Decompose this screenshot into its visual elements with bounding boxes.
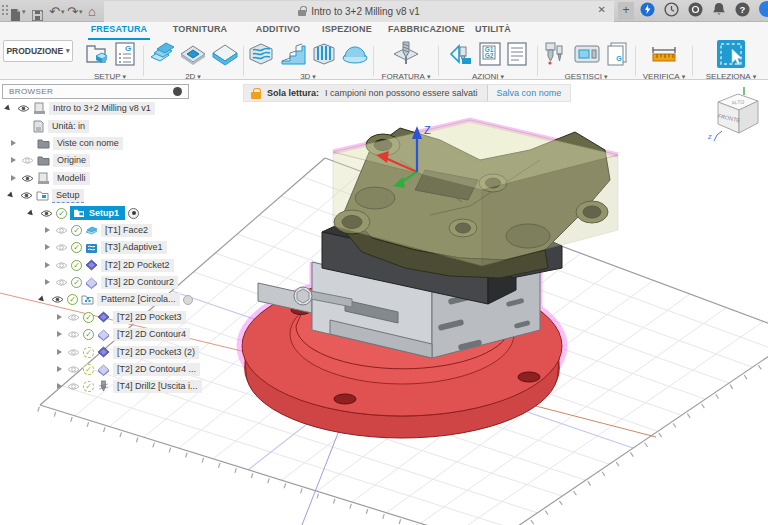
3d-parallel-icon[interactable] — [311, 41, 337, 71]
expand-icon[interactable] — [55, 348, 64, 357]
expand-icon[interactable] — [5, 104, 14, 113]
expand-icon[interactable] — [28, 209, 37, 218]
3d-adaptive-icon[interactable] — [247, 41, 275, 71]
visibility-eye-icon[interactable] — [55, 226, 68, 235]
tab-tornitura[interactable]: TORNITURA — [168, 24, 232, 40]
expand-icon[interactable] — [43, 243, 52, 252]
visibility-eye-icon[interactable] — [67, 382, 80, 391]
machine-library-icon[interactable] — [573, 42, 601, 70]
visibility-eye-icon[interactable] — [67, 365, 80, 374]
file-menu-caret-icon[interactable]: ▾ — [22, 8, 26, 16]
documents-icon[interactable]: G — [605, 41, 629, 71]
tree-item-contour4-2[interactable]: ✓ [T2] 2D Contour4 ... — [2, 361, 202, 378]
tree-item-setup-folder[interactable]: Setup — [2, 187, 202, 204]
tab-fabbricazione[interactable]: FABBRICAZIONE — [388, 24, 464, 40]
new-tab-button[interactable]: + — [618, 2, 634, 20]
tree-item-models[interactable]: Modelli — [2, 170, 202, 187]
expand-icon[interactable] — [8, 191, 17, 200]
tree-item-pocket2[interactable]: ✓ [T2] 2D Pocket2 — [2, 257, 202, 274]
visibility-eye-icon[interactable] — [21, 174, 34, 183]
2d-pocket-icon[interactable] — [179, 41, 207, 71]
tree-item-setup1[interactable]: ✓ Setup1 — [2, 204, 202, 221]
tree-item-adaptive1[interactable]: ✓ [T3] Adaptive1 — [2, 239, 202, 256]
visibility-eye-icon[interactable] — [21, 156, 34, 165]
expand-icon[interactable] — [55, 382, 64, 391]
document-tab[interactable]: Intro to 3+2 Milling v8 v1 ✕ — [104, 1, 614, 22]
3d-morphed-icon[interactable] — [341, 42, 369, 70]
setup-sheet-icon[interactable] — [506, 41, 528, 71]
save-as-link[interactable]: Salva con nome — [487, 85, 571, 101]
tree-item-pocket3[interactable]: ✓ [T2] 2D Pocket3 — [2, 309, 202, 326]
group-label-foratura[interactable]: FORATURA▾ — [382, 72, 431, 81]
help-icon[interactable]: ? — [735, 2, 750, 21]
redo-caret-icon[interactable]: ▾ — [79, 8, 83, 16]
expand-icon[interactable] — [43, 261, 52, 270]
app-grip-icon[interactable] — [2, 5, 8, 15]
tree-item-document[interactable]: Intro to 3+2 Milling v8 v1 — [2, 100, 202, 117]
tab-fresatura[interactable]: FRESATURA — [88, 24, 150, 40]
expand-icon[interactable] — [9, 174, 18, 183]
new-setup-icon[interactable] — [84, 41, 110, 71]
extensions-icon[interactable] — [640, 2, 655, 21]
group-label-gestisci[interactable]: GESTISCI▾ — [565, 72, 608, 81]
visibility-eye-icon[interactable] — [67, 348, 80, 357]
tree-item-named-views[interactable]: Viste con nome — [2, 135, 202, 152]
tree-item-pocket3-2[interactable]: ✓ [T2] 2D Pocket3 (2) — [2, 343, 202, 360]
undo-icon[interactable]: ↶ — [49, 0, 60, 22]
user-avatar[interactable] — [759, 1, 768, 21]
visibility-eye-icon[interactable] — [55, 243, 68, 252]
tree-item-contour2[interactable]: ✓ [T3] 2D Contour2 — [2, 274, 202, 291]
workspace-selector[interactable]: PRODUZIONE▾ — [3, 40, 73, 62]
group-label-setup[interactable]: SETUP▾ — [94, 72, 126, 81]
nc-program-icon[interactable]: G — [114, 41, 136, 71]
visibility-eye-icon[interactable] — [17, 104, 30, 113]
undo-caret-icon[interactable]: ▾ — [61, 8, 65, 16]
tab-utilita[interactable]: UTILITÀ — [470, 24, 516, 40]
tab-additivo[interactable]: ADDITIVO — [250, 24, 306, 40]
tree-item-origin[interactable]: Origine — [2, 152, 202, 169]
save-icon[interactable] — [32, 4, 43, 26]
visibility-eye-icon[interactable] — [67, 330, 80, 339]
tree-item-contour4[interactable]: ✓ [T2] 2D Contour4 — [2, 326, 202, 343]
tree-item-face2[interactable]: ✓ [T1] Face2 — [2, 222, 202, 239]
redo-icon[interactable]: ↷ — [67, 0, 78, 22]
visibility-eye-icon[interactable] — [55, 278, 68, 287]
visibility-eye-icon[interactable] — [55, 261, 68, 270]
select-icon[interactable] — [716, 39, 746, 73]
expand-icon[interactable] — [55, 330, 64, 339]
tree-item-drill2[interactable]: ✓ [T4] Drill2 [Uscita i... — [2, 378, 202, 395]
expand-icon[interactable] — [9, 139, 18, 148]
viewcube[interactable]: ALTO FRONTE z — [705, 86, 767, 154]
expand-icon[interactable] — [39, 295, 48, 304]
collapse-browser-icon[interactable] — [173, 87, 182, 96]
drill-icon[interactable] — [391, 40, 421, 72]
expand-icon[interactable] — [43, 226, 52, 235]
tab-ispezione[interactable]: ISPEZIONE — [318, 24, 376, 40]
visibility-eye-icon[interactable] — [40, 209, 53, 218]
file-menu-icon[interactable] — [10, 4, 21, 26]
group-label-verifica[interactable]: VERIFICA▾ — [643, 72, 685, 81]
notifications-bell-icon[interactable] — [712, 2, 726, 21]
close-tab-icon[interactable]: ✕ — [598, 4, 606, 15]
visibility-eye-icon[interactable] — [20, 191, 33, 200]
job-status-icon[interactable] — [664, 2, 679, 21]
measure-icon[interactable] — [649, 42, 679, 70]
home-icon[interactable]: ⌂ — [88, 0, 96, 22]
expand-icon[interactable] — [43, 278, 52, 287]
group-label-seleziona[interactable]: SELEZIONA▾ — [706, 72, 756, 81]
tree-item-units[interactable]: Unità: in — [2, 117, 202, 134]
post-process-icon[interactable]: G1G2 — [478, 41, 502, 71]
setup1-selected-label[interactable]: Setup1 — [70, 206, 125, 220]
active-setup-target-icon[interactable] — [128, 208, 139, 219]
2d-face-icon[interactable] — [147, 41, 175, 71]
group-label-3d[interactable]: 3D▾ — [300, 72, 316, 81]
group-label-2d[interactable]: 2D▾ — [185, 72, 201, 81]
simulate-icon[interactable] — [448, 41, 474, 71]
3d-steep-shallow-icon[interactable] — [279, 41, 307, 71]
expand-icon[interactable] — [9, 156, 18, 165]
profile-status-icon[interactable] — [688, 2, 703, 21]
visibility-eye-icon[interactable] — [51, 295, 64, 304]
expand-icon[interactable] — [55, 313, 64, 322]
tree-item-pattern2[interactable]: ✓ Pattern2 [Circola... — [2, 291, 202, 308]
tool-library-icon[interactable] — [543, 40, 569, 72]
